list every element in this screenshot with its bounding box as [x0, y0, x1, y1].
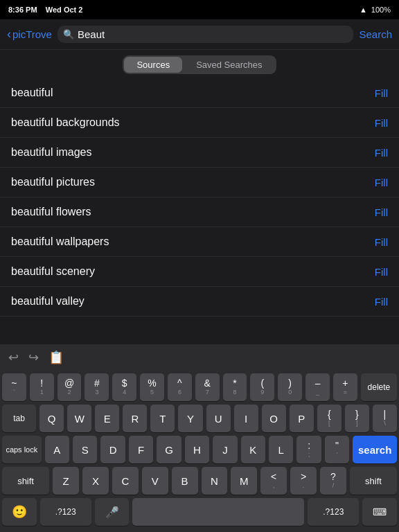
key-b[interactable]: B	[172, 467, 198, 495]
key-n[interactable]: N	[202, 467, 228, 495]
key-x[interactable]: X	[82, 467, 109, 495]
segmented-control: Sources Saved Searches	[0, 50, 399, 78]
suggestion-item[interactable]: beautiful wallpapers Fill	[0, 227, 399, 257]
key-hash-3[interactable]: #3	[85, 373, 109, 401]
fill-button[interactable]: Fill	[375, 266, 388, 278]
fill-button[interactable]: Fill	[375, 117, 388, 129]
delete-key[interactable]: delete	[361, 373, 397, 401]
key-q[interactable]: Q	[39, 405, 64, 432]
key-rparen-0[interactable]: )0	[278, 373, 302, 401]
battery-label: 100%	[371, 6, 391, 14]
key-caret-6[interactable]: ^6	[168, 373, 192, 401]
key-e[interactable]: E	[95, 405, 119, 432]
qwerty-row: tab Q W E R T Y U I O P {[ }] |\	[2, 405, 397, 432]
key-tilde-grave[interactable]: ~`	[2, 373, 26, 401]
suggestion-item[interactable]: beautiful valley Fill	[0, 287, 399, 317]
suggestion-text: beautiful valley	[11, 295, 85, 308]
key-rbracket[interactable]: }]	[345, 405, 369, 432]
key-v[interactable]: V	[142, 467, 168, 495]
key-k[interactable]: K	[241, 436, 265, 463]
key-s[interactable]: S	[73, 436, 97, 463]
fill-button[interactable]: Fill	[375, 206, 388, 218]
key-a[interactable]: A	[45, 436, 69, 463]
num123-right-key[interactable]: .?123	[308, 498, 359, 526]
key-lbracket[interactable]: {[	[317, 405, 342, 432]
suggestion-text: beautiful scenery	[11, 265, 95, 278]
key-quote[interactable]: "'	[325, 436, 349, 463]
search-input[interactable]	[78, 28, 348, 40]
num123-left-key[interactable]: .?123	[40, 498, 91, 526]
undo-icon[interactable]: ↩	[8, 350, 19, 365]
status-icons: ▲ 100%	[360, 6, 391, 14]
emoji-key[interactable]: 🙂	[2, 498, 37, 526]
tab-key[interactable]: tab	[2, 405, 36, 432]
shift-right-key[interactable]: shift	[350, 467, 397, 495]
suggestion-item[interactable]: beautiful flowers Fill	[0, 197, 399, 227]
key-u[interactable]: U	[206, 405, 231, 432]
segment-saved-searches[interactable]: Saved Searches	[184, 57, 274, 73]
key-period[interactable]: >.	[290, 467, 317, 495]
caps-lock-key[interactable]: caps lock	[2, 436, 42, 463]
search-button[interactable]: Search	[359, 28, 392, 40]
key-f[interactable]: F	[129, 436, 153, 463]
fill-button[interactable]: Fill	[375, 236, 388, 248]
key-g[interactable]: G	[157, 436, 181, 463]
back-button[interactable]: ‹ picTrove	[7, 27, 52, 42]
status-time: 8:36 PM	[8, 6, 37, 14]
suggestion-item[interactable]: beautiful pictures Fill	[0, 168, 399, 197]
fill-button[interactable]: Fill	[375, 177, 388, 188]
key-exclaim-1[interactable]: !1	[30, 373, 54, 401]
key-h[interactable]: H	[185, 436, 209, 463]
key-plus-eq[interactable]: +=	[333, 373, 357, 401]
key-r[interactable]: R	[123, 405, 147, 432]
key-m[interactable]: M	[231, 467, 257, 495]
key-lparen-9[interactable]: (9	[250, 373, 274, 401]
key-o[interactable]: O	[262, 405, 286, 432]
suggestion-item[interactable]: beautiful Fill	[0, 78, 399, 108]
status-time-date: 8:36 PM Wed Oct 2	[8, 6, 82, 14]
search-magnifier-icon: 🔍	[63, 29, 74, 39]
key-percent-5[interactable]: %5	[140, 373, 164, 401]
fill-button[interactable]: Fill	[375, 147, 388, 159]
search-key[interactable]: search	[353, 436, 397, 463]
key-l[interactable]: L	[269, 436, 293, 463]
suggestion-item[interactable]: beautiful backgrounds Fill	[0, 108, 399, 138]
zxcv-row: shift Z X C V B N M <, >. ?/ shift	[2, 467, 397, 495]
key-i[interactable]: I	[234, 405, 258, 432]
keyboard-area: ↩ ↪ 📋 ~` !1 @2 #3 $4 %5 ^6 &7 *8 (9 )0 –…	[0, 344, 399, 532]
key-p[interactable]: P	[290, 405, 314, 432]
key-dollar-4[interactable]: $4	[112, 373, 136, 401]
key-comma[interactable]: <,	[260, 467, 287, 495]
mic-key[interactable]: 🎤	[95, 498, 130, 526]
key-amp-7[interactable]: &7	[195, 373, 220, 401]
key-d[interactable]: D	[100, 436, 125, 463]
key-w[interactable]: W	[67, 405, 91, 432]
key-z[interactable]: Z	[53, 467, 79, 495]
shift-left-key[interactable]: shift	[2, 467, 49, 495]
num-row: ~` !1 @2 #3 $4 %5 ^6 &7 *8 (9 )0 –_ += d…	[2, 373, 397, 401]
search-bar[interactable]: 🔍	[57, 26, 354, 43]
key-t[interactable]: T	[150, 405, 175, 432]
key-j[interactable]: J	[213, 436, 237, 463]
suggestion-text: beautiful	[11, 87, 53, 99]
key-at-2[interactable]: @2	[57, 373, 82, 401]
key-c[interactable]: C	[112, 467, 139, 495]
suggestion-item[interactable]: beautiful images Fill	[0, 138, 399, 168]
keyboard-hide-key[interactable]: ⌨	[362, 498, 397, 526]
segment-sources[interactable]: Sources	[124, 57, 182, 73]
key-backslash[interactable]: |\	[373, 405, 397, 432]
key-star-8[interactable]: *8	[223, 373, 247, 401]
key-minus[interactable]: –_	[305, 373, 330, 401]
key-slash[interactable]: ?/	[320, 467, 346, 495]
paste-icon[interactable]: 📋	[48, 350, 64, 365]
space-key[interactable]	[132, 498, 304, 526]
suggestion-item[interactable]: beautiful scenery Fill	[0, 257, 399, 287]
suggestion-text: beautiful wallpapers	[11, 236, 109, 248]
bottom-row: 🙂 .?123 🎤 .?123 ⌨	[2, 498, 397, 526]
key-colon[interactable]: :;	[296, 436, 321, 463]
key-y[interactable]: Y	[178, 405, 202, 432]
fill-button[interactable]: Fill	[375, 87, 388, 99]
keyboard-toolbar: ↩ ↪ 📋	[0, 344, 399, 371]
fill-button[interactable]: Fill	[375, 296, 388, 308]
redo-icon[interactable]: ↪	[28, 350, 39, 365]
